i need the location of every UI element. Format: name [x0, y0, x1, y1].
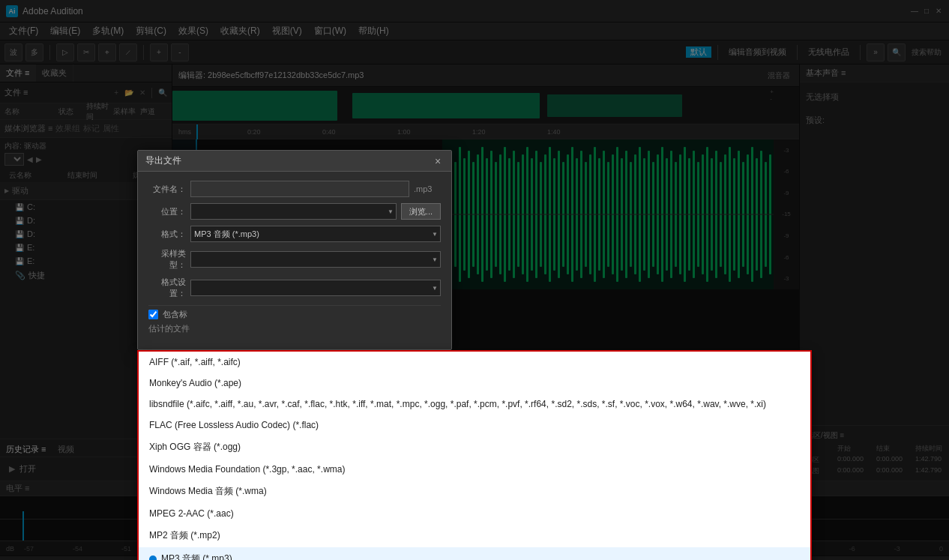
dialog-title: 导出文件 [145, 154, 432, 167]
selected-indicator [149, 556, 157, 561]
format-option-ogg[interactable]: Xiph OGG 容器 (*.ogg) [139, 436, 810, 459]
estimate-row: 估计的文件 [148, 323, 441, 334]
format-dropdown-list[interactable]: AIFF (*.aif, *.aiff, *.aifc) Monkey's Au… [137, 350, 812, 560]
location-select[interactable] [190, 203, 397, 220]
format-option-aac[interactable]: MPEG 2-AAC (*.aac) [139, 503, 810, 524]
extra-info: 包含标 估计的文件 [148, 305, 441, 340]
format-row: 格式： MP3 音频 (*.mp3) ▼ [148, 226, 441, 242]
sample-type-row: 采样类型： ▼ [148, 248, 441, 271]
format-select[interactable]: MP3 音频 (*.mp3) [190, 226, 441, 242]
format-option-ape[interactable]: Monkey's Audio (*.ape) [139, 373, 810, 394]
location-label: 位置： [148, 206, 186, 217]
filename-label: 文件名： [148, 184, 186, 195]
format-settings-row: 格式设置： ▼ [148, 277, 441, 299]
filename-input[interactable] [190, 181, 409, 197]
format-label: 格式： [148, 229, 186, 240]
format-option-mp2[interactable]: MP2 音频 (*.mp2) [139, 524, 810, 547]
format-settings-select[interactable] [190, 280, 441, 296]
browse-button[interactable]: 浏览... [401, 203, 441, 220]
modal-overlay[interactable]: 导出文件 × 文件名： .mp3 位置： ▼ [0, 0, 949, 560]
dialog-body: 文件名： .mp3 位置： ▼ 浏览... [138, 172, 451, 349]
format-settings-label: 格式设置： [148, 277, 186, 299]
location-row: 位置： ▼ 浏览... [148, 203, 441, 220]
format-option-aiff[interactable]: AIFF (*.aif, *.aiff, *.aifc) [139, 352, 810, 373]
format-option-libsndfile[interactable]: libsndfile (*.aifc, *.aiff, *.au, *.avr,… [139, 394, 810, 415]
export-dialog: 导出文件 × 文件名： .mp3 位置： ▼ [137, 150, 452, 350]
file-estimate-label: 估计的文件 [148, 323, 190, 334]
format-option-wma[interactable]: Windows Media 音频 (*.wma) [139, 480, 810, 503]
format-option-wmf[interactable]: Windows Media Foundation (*.3gp, *.aac, … [139, 459, 810, 480]
checkbox-row: 包含标 [148, 309, 441, 320]
filename-suffix: .mp3 [414, 184, 441, 193]
sample-type-label: 采样类型： [148, 248, 186, 271]
format-option-flac[interactable]: FLAC (Free Lossless Audio Codec) (*.flac… [139, 415, 810, 436]
include-marks-label: 包含标 [163, 309, 187, 320]
format-option-mp3[interactable]: MP3 音频 (*.mp3) [139, 547, 810, 560]
dialog-close-button[interactable]: × [432, 155, 444, 167]
sample-type-select[interactable] [190, 251, 441, 268]
filename-row: 文件名： .mp3 [148, 181, 441, 197]
dialog-titlebar: 导出文件 × [138, 151, 451, 172]
include-marks-checkbox[interactable] [148, 310, 158, 319]
